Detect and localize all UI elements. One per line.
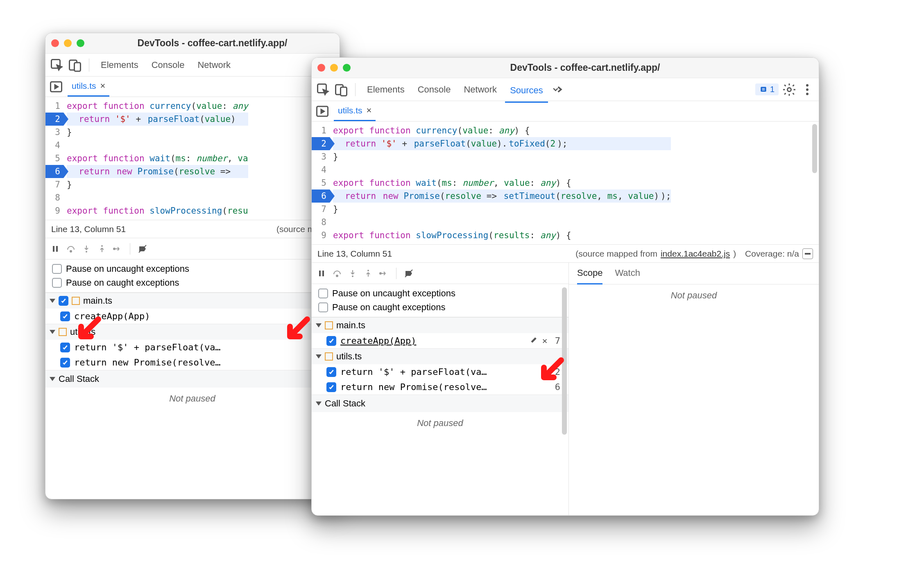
code-line[interactable]: } [333,150,671,163]
coverage-toggle-icon[interactable] [802,248,813,259]
callstack-header[interactable]: Call Stack [45,370,339,388]
inspect-icon[interactable] [50,58,64,72]
step-over-icon[interactable] [332,268,342,278]
code-line[interactable]: } [67,126,248,139]
close-icon[interactable] [317,64,325,72]
tab-elements[interactable]: Elements [96,57,143,73]
code-content[interactable]: export function currency(value: any) { r… [330,122,674,244]
tab-network[interactable]: Network [459,82,502,97]
checkbox-icon[interactable] [318,289,328,298]
tab-sources[interactable]: Sources [505,83,548,103]
minimize-icon[interactable] [330,64,338,72]
code-editor[interactable]: 123456789 export function currency(value… [45,97,340,220]
code-line[interactable]: } [333,203,671,216]
step-out-icon[interactable] [97,244,107,254]
breakpoint-row[interactable]: return new Promise(resolve…6 [45,355,339,370]
step-icon[interactable] [113,244,122,254]
line-number[interactable]: 3 [312,150,330,163]
line-number[interactable]: 2 [312,137,330,150]
pause-caught-row[interactable]: Pause on caught exceptions [50,276,335,290]
step-over-icon[interactable] [66,244,76,254]
code-line[interactable]: export function wait(ms: number, va [67,152,248,165]
line-gutter[interactable]: 123456789 [312,122,330,244]
code-line[interactable]: return '$' + parseFloat(value).toFixed(2… [333,137,671,150]
breakpoint-group-header[interactable]: utils.ts [312,348,568,364]
file-tab-utils[interactable]: utils.ts × [334,101,376,121]
tab-network[interactable]: Network [192,57,236,73]
tab-elements[interactable]: Elements [362,82,410,97]
titlebar[interactable]: DevTools - coffee-cart.netlify.app/ [45,33,340,54]
line-number[interactable]: 3 [45,126,63,139]
device-toggle-icon[interactable] [68,58,82,72]
deactivate-breakpoints-icon[interactable] [138,244,147,254]
issues-badge[interactable]: 1 [755,83,779,95]
breakpoint-group-header[interactable]: utils.ts [45,324,339,340]
line-number[interactable]: 7 [45,178,63,191]
breakpoint-row[interactable]: return '$' + parseFloat(va…2 [312,364,568,379]
breakpoint-row[interactable]: createApp(App)7 [45,309,339,324]
code-line[interactable]: export function slowProcessing(results: … [333,229,671,242]
line-number[interactable]: 4 [312,163,330,176]
more-tabs-icon[interactable] [551,82,566,97]
maximize-icon[interactable] [77,39,84,47]
tab-console[interactable]: Console [413,82,456,97]
line-number[interactable]: 8 [45,191,63,204]
remove-breakpoint-icon[interactable]: × [542,336,548,346]
line-number[interactable]: 6 [312,189,330,203]
nav-toggle-icon[interactable] [315,104,330,119]
pause-icon[interactable] [50,244,60,254]
checkbox-icon[interactable] [318,302,328,312]
line-gutter[interactable]: 123456789 [45,97,63,220]
breakpoint-row[interactable]: return '$' + parseFloat(va…2 [45,340,339,355]
tab-watch[interactable]: Watch [615,268,640,284]
breakpoint-group-header[interactable]: main.ts× [45,293,339,309]
close-icon[interactable] [51,39,59,47]
callstack-header[interactable]: Call Stack [312,395,568,412]
edit-breakpoint-icon[interactable] [530,336,538,346]
code-line[interactable] [67,139,248,152]
deactivate-breakpoints-icon[interactable] [404,268,414,278]
line-number[interactable]: 1 [312,124,330,137]
checkbox-icon[interactable] [60,343,70,352]
checkbox-icon[interactable] [60,311,70,321]
line-number[interactable]: 8 [312,216,330,229]
checkbox-icon[interactable] [326,382,336,392]
code-line[interactable]: export function currency(value: any [67,99,248,113]
code-line[interactable]: return new Promise(resolve => [67,165,248,178]
line-number[interactable]: 4 [45,139,63,152]
code-line[interactable] [333,216,671,229]
device-toggle-icon[interactable] [334,82,349,97]
code-line[interactable] [333,163,671,176]
breakpoint-row[interactable]: return new Promise(resolve…6 [312,379,568,395]
code-line[interactable] [67,191,248,204]
line-number[interactable]: 5 [45,152,63,165]
scrollbar[interactable] [812,124,817,173]
code-line[interactable]: return '$' + parseFloat(value) [67,113,248,126]
checkbox-icon[interactable] [326,336,336,346]
nav-toggle-icon[interactable] [49,79,63,94]
checkbox-icon[interactable] [52,264,62,274]
tab-console[interactable]: Console [147,57,190,73]
tab-scope[interactable]: Scope [577,268,602,284]
code-content[interactable]: export function currency(value: any retu… [63,97,251,220]
inspect-icon[interactable] [316,82,331,97]
minimize-icon[interactable] [64,39,72,47]
checkbox-icon[interactable] [59,296,68,306]
line-number[interactable]: 6 [45,165,63,178]
pause-icon[interactable] [317,268,326,278]
line-number[interactable]: 7 [312,203,330,216]
settings-icon[interactable] [782,82,797,97]
breakpoint-group-header[interactable]: main.ts [312,317,568,333]
step-into-icon[interactable] [82,244,91,254]
checkbox-icon[interactable] [60,358,70,368]
step-out-icon[interactable] [363,268,373,278]
code-line[interactable]: export function slowProcessing(resu [67,204,248,217]
step-into-icon[interactable] [348,268,358,278]
close-tab-icon[interactable]: × [367,105,372,116]
pause-caught-row[interactable]: Pause on caught exceptions [316,300,564,314]
code-line[interactable]: export function currency(value: any) { [333,124,671,137]
pause-uncaught-row[interactable]: Pause on uncaught exceptions [50,262,335,276]
scrollbar[interactable] [562,287,567,435]
code-line[interactable]: } [67,178,248,191]
checkbox-icon[interactable] [326,367,336,377]
